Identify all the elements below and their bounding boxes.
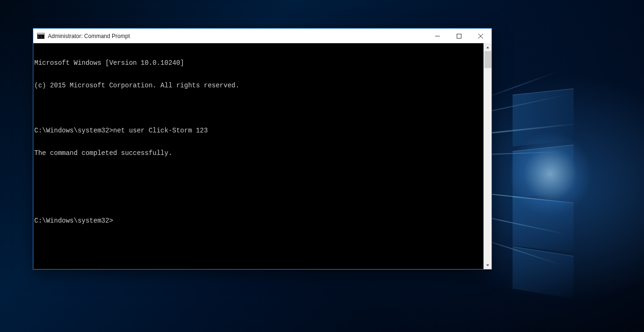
console-output[interactable]: Microsoft Windows [Version 10.0.10240] (…: [33, 43, 483, 269]
console-area: Microsoft Windows [Version 10.0.10240] (…: [33, 43, 491, 269]
console-line: [34, 172, 483, 179]
window-title: Administrator: Command Prompt: [48, 33, 427, 39]
cmd-icon: C:\: [37, 32, 45, 40]
console-line: Microsoft Windows [Version 10.0.10240]: [34, 59, 483, 67]
command-prompt-window[interactable]: C:\ Administrator: Command Prompt Micros…: [33, 28, 492, 270]
console-line: [34, 194, 483, 202]
svg-rect-1: [38, 33, 45, 34]
console-line: The command completed successfully.: [34, 149, 483, 157]
scroll-thumb[interactable]: [484, 51, 491, 68]
scroll-up-button[interactable]: [484, 43, 491, 51]
minimize-button[interactable]: [427, 29, 448, 43]
console-line: C:\Windows\system32>net user Click-Storm…: [34, 127, 483, 134]
title-bar[interactable]: C:\ Administrator: Command Prompt: [33, 29, 491, 43]
maximize-button[interactable]: [448, 29, 470, 43]
scroll-down-button[interactable]: [484, 261, 491, 269]
vertical-scrollbar[interactable]: [483, 43, 491, 269]
svg-text:C:\: C:\: [38, 35, 42, 38]
svg-rect-3: [457, 34, 461, 38]
console-line: (c) 2015 Microsoft Corporation. All righ…: [34, 82, 483, 89]
window-controls: [427, 29, 491, 43]
console-line: C:\Windows\system32>: [34, 217, 483, 224]
console-line: [34, 104, 483, 112]
close-button[interactable]: [470, 29, 491, 43]
